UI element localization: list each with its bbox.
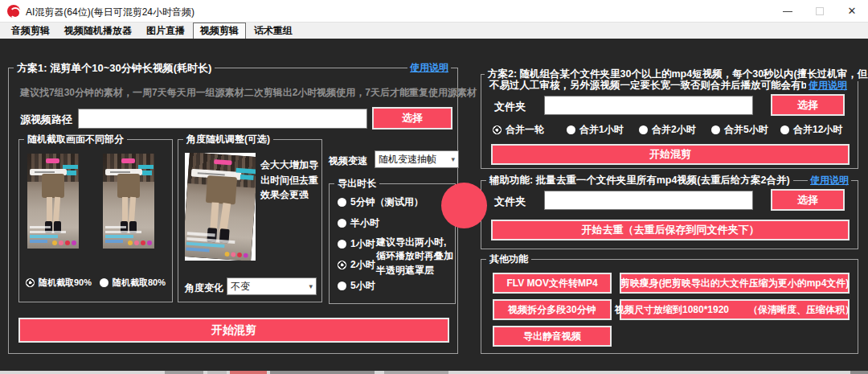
tab-random-player[interactable]: 视频随机播放器 [58,23,138,39]
radio-unselected-icon [338,240,346,249]
dedupe-groupbox: 辅助功能: 批量去重一个文件夹里所有mp4视频(去重后给方案2合并) 使用说明 … [481,180,858,249]
thumb-gift-icons [128,240,152,245]
radio-unselected-icon [780,125,789,134]
thumb-leg [47,197,52,224]
duration-group-title: 导出时长 [334,177,379,191]
source-path-choose-button[interactable]: 选择 [372,107,452,129]
dedupe-folder-input[interactable] [544,191,753,210]
plan2-start-button[interactable]: 开始混剪 [491,144,850,165]
app-logo-icon [7,5,20,18]
radio-unselected-icon [100,278,108,287]
flv-mov-to-mp4-button[interactable]: FLV MOV文件转MP4 [493,273,612,294]
plan2-title-line2: 不易过人工审核，另外源视频一定要长宽一致否则合并后播放可能会有bug) [489,79,823,92]
plan2-help-link[interactable]: 使用说明 [806,79,850,92]
maximize-icon [816,7,824,15]
maximize-button[interactable] [804,0,836,23]
tab-script-remix[interactable]: 话术重组 [248,23,299,39]
thumb-chat-line [30,226,51,229]
radio-merge-5h[interactable]: 合并5小时 [711,123,768,137]
jianying-shrink-button[interactable]: 剪映瘦身(把剪映导出的大文件压缩为更小的mp4文件) [620,273,850,294]
tab-audio-edit[interactable]: 音频剪辑 [5,23,56,39]
radio-duration-5h[interactable]: 5小时 [338,279,375,293]
thumb-gift-icons [52,240,76,245]
angle-change-label: 角度变化 [185,282,223,295]
radio-selected-icon [26,278,35,287]
radio-merge-one-round[interactable]: 合并一轮 [493,123,544,137]
video-thumbnail-80 [103,154,154,249]
thumb-rotated [185,153,256,261]
thumb-tag [67,171,77,175]
tab-bar: 音频剪辑 视频随机播放器 图片直播 视频剪辑 话术重组 [0,23,868,39]
plan1-groupbox: 方案1: 混剪单个10~30分钟长视频(耗时长) 使用说明 建议找7组30分钟的… [8,68,458,354]
dedupe-start-button[interactable]: 开始去重（去重后保存到同文件夹下） [491,220,850,240]
thumb-badge [46,158,59,163]
crop-groupbox: 随机截取画面不同部分 [18,139,173,302]
duration-groupbox: 导出时长 5分钟（测试用） 半小时 1小时 2小时 5小时 建议导出两小时,循环… [329,183,456,304]
radio-selected-icon [338,261,346,269]
plan2-folder-input[interactable] [544,96,753,115]
video-thumbnail-90 [27,154,79,249]
thumb-person [117,174,140,199]
plan1-help-link[interactable]: 使用说明 [407,61,451,75]
tab-image-live[interactable]: 图片直播 [140,23,191,39]
thumb-chat-line [105,235,133,238]
radio-unselected-icon [711,125,720,134]
close-button[interactable]: ✕ [836,0,868,23]
taskbar-item [165,371,203,374]
split-30min-button[interactable]: 视频拆分多段30分钟 [493,299,612,320]
radio-crop-90[interactable]: 随机截取90% [26,277,92,289]
dedupe-help-link[interactable]: 使用说明 [808,174,851,187]
radio-duration-halfhour[interactable]: 半小时 [338,216,379,230]
angle-note: 会大大增加导出时间但去重效果会更强 [260,158,320,203]
radio-merge-1h[interactable]: 合并1小时 [567,123,624,137]
dedupe-title: 辅助功能: 批量去重一个文件夹里所有mp4视频(去重后给方案2合并) [486,174,793,187]
close-icon: ✕ [836,5,868,17]
thumb-chat-line [105,231,141,234]
thumb-tag [142,171,153,175]
radio-unselected-icon [338,282,346,290]
taskbar-item [270,371,375,374]
radio-duration-2h[interactable]: 2小时 [338,258,375,272]
minimize-icon [783,11,792,12]
others-title: 其他功能 [486,253,531,266]
radio-crop-80[interactable]: 随机截取80% [100,277,166,289]
source-path-label: 源视频路径 [20,113,72,127]
thumb-chat-line [105,240,123,243]
taskbar-item [384,371,448,374]
floating-red-dot [441,183,487,228]
radio-unselected-icon [338,198,346,207]
source-path-input[interactable] [78,109,367,129]
thumb-person [42,174,64,199]
speed-label: 视频变速 [329,154,367,168]
radio-unselected-icon [567,125,575,134]
dedupe-choose-button[interactable]: 选择 [771,189,845,211]
thumb-chat-line [30,235,58,238]
radio-merge-12h[interactable]: 合并12小时 [780,123,842,137]
thumb-leg [122,197,128,224]
plan1-hint: 建议找7组30分钟的素材，一周7天每天用一组源素材二次剪辑出2小时视频使用，7天… [20,86,477,100]
radio-duration-1h[interactable]: 1小时 [338,237,375,251]
tab-video-edit[interactable]: 视频剪辑 [193,23,246,39]
radio-unselected-icon [338,219,346,228]
speed-dropdown[interactable]: 随机变速抽帧 ▾ [375,150,459,168]
duration-note: 建议导出两小时,循环播放时再叠加半透明遮罩层 [376,236,453,277]
video-thumbnail-tilted [185,153,256,261]
angle-groupbox: 角度随机调整(可选) 会大大增加导出时间但去重效果会更强 [178,139,322,302]
export-muted-video-button[interactable]: 导出静音视频 [493,326,612,347]
radio-duration-5min[interactable]: 5分钟（测试用） [338,195,424,209]
thumb-person [206,175,238,204]
taskbar-strip [0,371,868,374]
taskbar-item [850,371,868,374]
radio-selected-icon [493,125,502,134]
taskbar-item [230,371,267,374]
thumb-tag [240,175,254,180]
taskbar-item [207,371,227,374]
angle-change-dropdown[interactable]: 不变 ▾ [227,277,317,295]
resize-1080x1920-button[interactable]: 视频尺寸放缩到1080*1920 （保清晰度、压缩体积） [620,299,850,320]
thumb-tag [63,165,78,169]
radio-merge-2h[interactable]: 合并2小时 [639,123,696,137]
plan2-choose-button[interactable]: 选择 [771,94,845,116]
minimize-button[interactable] [772,0,804,23]
main-panel: 方案1: 混剪单个10~30分钟长视频(耗时长) 使用说明 建议找7组30分钟的… [0,39,868,371]
plan1-start-button[interactable]: 开始混剪 [18,318,449,343]
